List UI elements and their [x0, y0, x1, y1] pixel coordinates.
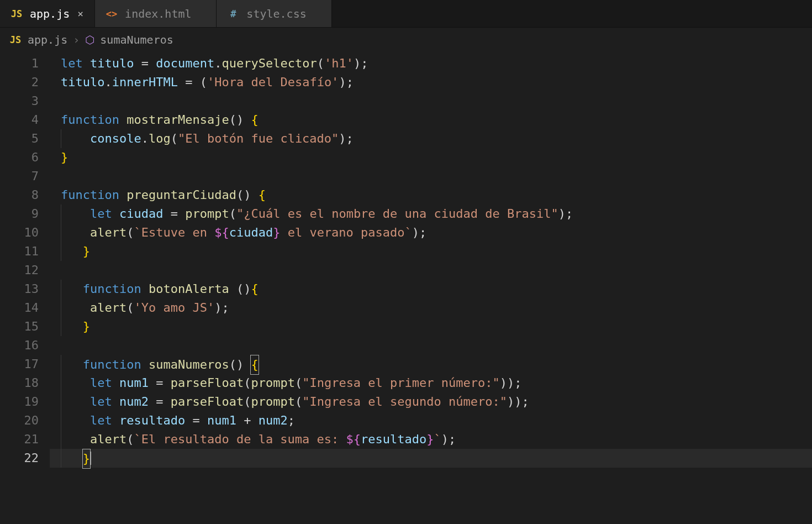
code-line[interactable]: } [50, 317, 812, 336]
code-line[interactable]: let num1 = parseFloat(prompt("Ingresa el… [50, 374, 812, 392]
tab-app-js[interactable]: JS app.js × [0, 0, 95, 27]
breadcrumb-symbol[interactable]: sumaNumeros [100, 33, 173, 46]
code-line[interactable]: titulo.innerHTML = ('Hora del Desafío'); [50, 73, 812, 92]
breadcrumb[interactable]: JS app.js › ⬡ sumaNumeros [0, 28, 812, 52]
chevron-right-icon: › [73, 33, 80, 46]
line-number: 13 [0, 280, 39, 298]
tab-index-html[interactable]: <> index.html × [95, 0, 217, 27]
code-line[interactable]: let num2 = parseFloat(prompt("Ingresa el… [50, 392, 812, 411]
tab-label: app.js [30, 7, 70, 20]
line-number: 8 [0, 186, 39, 205]
code-line[interactable]: function preguntarCiudad() { [50, 186, 812, 205]
code-line[interactable]: function mostrarMensaje() { [50, 111, 812, 129]
code-editor[interactable]: 12345678910111213141516171819202122 let … [0, 52, 812, 524]
code-line[interactable] [50, 261, 812, 280]
line-number: 2 [0, 73, 39, 92]
code-line[interactable]: alert(`El resultado de la suma es: ${res… [50, 430, 812, 449]
breadcrumb-file[interactable]: app.js [28, 33, 67, 46]
tab-style-css[interactable]: # style.css × [217, 0, 331, 27]
close-icon[interactable]: × [76, 8, 85, 19]
line-number-gutter: 12345678910111213141516171819202122 [0, 52, 50, 524]
line-number: 17 [0, 355, 39, 374]
line-number: 20 [0, 411, 39, 430]
code-line[interactable]: let titulo = document.querySelector('h1'… [50, 54, 812, 73]
line-number: 10 [0, 223, 39, 242]
line-number: 19 [0, 392, 39, 411]
line-number: 14 [0, 298, 39, 317]
code-line[interactable]: let resultado = num1 + num2; [50, 411, 812, 430]
code-line[interactable] [50, 336, 812, 355]
tab-label: style.css [246, 7, 306, 20]
line-number: 4 [0, 111, 39, 129]
line-number: 3 [0, 92, 39, 111]
code-line[interactable]: function sumaNumeros() { [50, 355, 812, 374]
js-icon: JS [9, 34, 22, 45]
html-icon: <> [105, 8, 118, 19]
line-number: 12 [0, 261, 39, 280]
code-line[interactable]: alert(`Estuve en ${ciudad} el verano pas… [50, 223, 812, 242]
code-line[interactable]: let ciudad = prompt("¿Cuál es el nombre … [50, 205, 812, 223]
line-number: 1 [0, 54, 39, 73]
code-line[interactable]: } [50, 449, 812, 468]
line-number: 18 [0, 374, 39, 392]
line-number: 21 [0, 430, 39, 449]
line-number: 7 [0, 167, 39, 186]
tab-label: index.html [125, 7, 191, 20]
line-number: 6 [0, 148, 39, 167]
code-line[interactable] [50, 167, 812, 186]
line-number: 16 [0, 336, 39, 355]
code-line[interactable]: function botonAlerta (){ [50, 280, 812, 298]
js-icon: JS [10, 8, 23, 19]
line-number: 5 [0, 129, 39, 148]
code-line[interactable] [50, 92, 812, 111]
code-line[interactable]: alert('Yo amo JS'); [50, 298, 812, 317]
line-number: 15 [0, 317, 39, 336]
code-line[interactable]: console.log("El botón fue clicado"); [50, 129, 812, 148]
line-number: 11 [0, 242, 39, 261]
line-number: 9 [0, 205, 39, 223]
tab-bar: JS app.js × <> index.html × # style.css … [0, 0, 812, 28]
code-line[interactable]: } [50, 242, 812, 261]
symbol-icon: ⬡ [85, 33, 94, 46]
css-icon: # [226, 8, 240, 19]
code-content[interactable]: let titulo = document.querySelector('h1'… [50, 52, 812, 524]
line-number: 22 [0, 449, 39, 468]
code-line[interactable]: } [50, 148, 812, 167]
